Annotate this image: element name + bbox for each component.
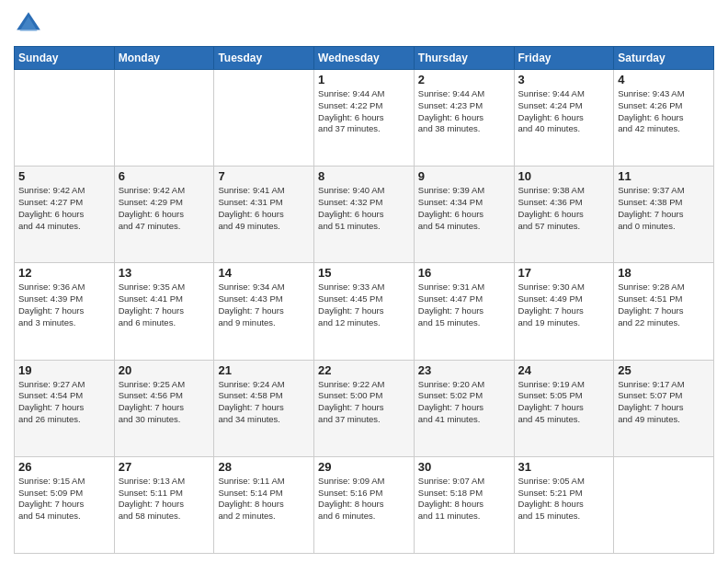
day-info: Sunrise: 9:36 AM Sunset: 4:39 PM Dayligh… [18,282,110,328]
day-number: 27 [119,460,210,474]
logo [14,9,47,39]
day-info: Sunrise: 9:35 AM Sunset: 4:41 PM Dayligh… [119,282,210,328]
calendar-cell [214,70,314,167]
calendar-cell: 23Sunrise: 9:20 AM Sunset: 5:02 PM Dayli… [414,360,514,456]
calendar-cell [15,70,115,167]
calendar-cell: 31Sunrise: 9:05 AM Sunset: 5:21 PM Dayli… [514,456,614,553]
day-number: 28 [218,460,310,474]
day-info: Sunrise: 9:44 AM Sunset: 4:22 PM Dayligh… [318,88,410,135]
weekday-header-thursday: Thursday [414,47,514,70]
day-info: Sunrise: 9:17 AM Sunset: 5:07 PM Dayligh… [618,379,710,426]
day-number: 18 [618,266,710,280]
calendar-cell: 14Sunrise: 9:34 AM Sunset: 4:43 PM Dayli… [214,263,314,360]
day-info: Sunrise: 9:42 AM Sunset: 4:27 PM Dayligh… [18,185,110,232]
day-number: 3 [518,73,610,86]
day-info: Sunrise: 9:15 AM Sunset: 5:09 PM Dayligh… [18,476,110,523]
calendar-cell: 5Sunrise: 9:42 AM Sunset: 4:27 PM Daylig… [15,167,115,263]
day-number: 16 [418,266,510,280]
calendar-cell: 8Sunrise: 9:40 AM Sunset: 4:32 PM Daylig… [314,167,415,263]
calendar-cell: 24Sunrise: 9:19 AM Sunset: 5:05 PM Dayli… [514,360,614,456]
calendar-cell: 18Sunrise: 9:28 AM Sunset: 4:51 PM Dayli… [614,263,714,360]
day-info: Sunrise: 9:22 AM Sunset: 5:00 PM Dayligh… [318,379,410,426]
day-number: 15 [318,266,410,280]
day-number: 14 [218,266,310,280]
calendar-cell: 17Sunrise: 9:30 AM Sunset: 4:49 PM Dayli… [514,263,614,360]
calendar-cell: 19Sunrise: 9:27 AM Sunset: 4:54 PM Dayli… [15,360,115,456]
day-info: Sunrise: 9:30 AM Sunset: 4:49 PM Dayligh… [518,282,610,328]
day-number: 2 [418,73,510,86]
calendar-cell: 26Sunrise: 9:15 AM Sunset: 5:09 PM Dayli… [15,456,115,553]
day-number: 24 [518,363,610,377]
calendar-table: SundayMondayTuesdayWednesdayThursdayFrid… [14,46,714,554]
day-number: 19 [18,363,110,377]
calendar-cell [614,456,714,553]
day-info: Sunrise: 9:20 AM Sunset: 5:02 PM Dayligh… [418,379,510,426]
day-number: 20 [119,363,210,377]
day-info: Sunrise: 9:13 AM Sunset: 5:11 PM Dayligh… [119,476,210,523]
day-info: Sunrise: 9:39 AM Sunset: 4:34 PM Dayligh… [418,185,510,232]
calendar-cell: 10Sunrise: 9:38 AM Sunset: 4:36 PM Dayli… [514,167,614,263]
day-info: Sunrise: 9:41 AM Sunset: 4:31 PM Dayligh… [218,185,310,232]
day-number: 21 [218,363,310,377]
day-number: 13 [119,266,210,280]
day-info: Sunrise: 9:11 AM Sunset: 5:14 PM Dayligh… [218,476,310,523]
day-info: Sunrise: 9:28 AM Sunset: 4:51 PM Dayligh… [618,282,710,328]
day-info: Sunrise: 9:09 AM Sunset: 5:16 PM Dayligh… [318,476,410,523]
calendar-cell: 1Sunrise: 9:44 AM Sunset: 4:22 PM Daylig… [314,70,415,167]
weekday-header-friday: Friday [514,47,614,70]
day-number: 6 [119,169,210,183]
day-info: Sunrise: 9:38 AM Sunset: 4:36 PM Dayligh… [518,185,610,232]
day-info: Sunrise: 9:27 AM Sunset: 4:54 PM Dayligh… [18,379,110,426]
weekday-header-sunday: Sunday [15,47,115,70]
day-info: Sunrise: 9:33 AM Sunset: 4:45 PM Dayligh… [318,282,410,328]
weekday-header-saturday: Saturday [614,47,714,70]
week-row-4: 19Sunrise: 9:27 AM Sunset: 4:54 PM Dayli… [15,360,714,456]
day-info: Sunrise: 9:44 AM Sunset: 4:24 PM Dayligh… [518,88,610,135]
weekday-header-monday: Monday [114,47,214,70]
calendar-cell: 28Sunrise: 9:11 AM Sunset: 5:14 PM Dayli… [214,456,314,553]
calendar-cell [114,70,214,167]
calendar-cell: 9Sunrise: 9:39 AM Sunset: 4:34 PM Daylig… [414,167,514,263]
calendar-cell: 29Sunrise: 9:09 AM Sunset: 5:16 PM Dayli… [314,456,415,553]
calendar-cell: 30Sunrise: 9:07 AM Sunset: 5:18 PM Dayli… [414,456,514,553]
calendar-cell: 4Sunrise: 9:43 AM Sunset: 4:26 PM Daylig… [614,70,714,167]
day-number: 7 [218,169,310,183]
calendar-cell: 15Sunrise: 9:33 AM Sunset: 4:45 PM Dayli… [314,263,415,360]
day-number: 17 [518,266,610,280]
day-number: 30 [418,460,510,474]
day-info: Sunrise: 9:05 AM Sunset: 5:21 PM Dayligh… [518,476,610,523]
day-number: 23 [418,363,510,377]
day-number: 22 [318,363,410,377]
weekday-header-row: SundayMondayTuesdayWednesdayThursdayFrid… [15,47,714,70]
day-info: Sunrise: 9:44 AM Sunset: 4:23 PM Dayligh… [418,88,510,135]
calendar-cell: 3Sunrise: 9:44 AM Sunset: 4:24 PM Daylig… [514,70,614,167]
day-number: 10 [518,169,610,183]
page: SundayMondayTuesdayWednesdayThursdayFrid… [0,0,728,563]
calendar-cell: 25Sunrise: 9:17 AM Sunset: 5:07 PM Dayli… [614,360,714,456]
calendar-cell: 12Sunrise: 9:36 AM Sunset: 4:39 PM Dayli… [15,263,115,360]
calendar-cell: 22Sunrise: 9:22 AM Sunset: 5:00 PM Dayli… [314,360,415,456]
calendar-cell: 27Sunrise: 9:13 AM Sunset: 5:11 PM Dayli… [114,456,214,553]
calendar-cell: 20Sunrise: 9:25 AM Sunset: 4:56 PM Dayli… [114,360,214,456]
week-row-2: 5Sunrise: 9:42 AM Sunset: 4:27 PM Daylig… [15,167,714,263]
day-number: 5 [18,169,110,183]
day-number: 25 [618,363,710,377]
header [14,9,714,39]
day-info: Sunrise: 9:31 AM Sunset: 4:47 PM Dayligh… [418,282,510,328]
day-info: Sunrise: 9:34 AM Sunset: 4:43 PM Dayligh… [218,282,310,328]
calendar-cell: 6Sunrise: 9:42 AM Sunset: 4:29 PM Daylig… [114,167,214,263]
day-number: 4 [618,73,710,86]
day-info: Sunrise: 9:37 AM Sunset: 4:38 PM Dayligh… [618,185,710,232]
calendar-cell: 16Sunrise: 9:31 AM Sunset: 4:47 PM Dayli… [414,263,514,360]
week-row-5: 26Sunrise: 9:15 AM Sunset: 5:09 PM Dayli… [15,456,714,553]
day-info: Sunrise: 9:40 AM Sunset: 4:32 PM Dayligh… [318,185,410,232]
weekday-header-tuesday: Tuesday [214,47,314,70]
calendar-cell: 7Sunrise: 9:41 AM Sunset: 4:31 PM Daylig… [214,167,314,263]
day-info: Sunrise: 9:24 AM Sunset: 4:58 PM Dayligh… [218,379,310,426]
week-row-1: 1Sunrise: 9:44 AM Sunset: 4:22 PM Daylig… [15,70,714,167]
calendar-cell: 21Sunrise: 9:24 AM Sunset: 4:58 PM Dayli… [214,360,314,456]
day-info: Sunrise: 9:43 AM Sunset: 4:26 PM Dayligh… [618,88,710,135]
day-number: 29 [318,460,410,474]
weekday-header-wednesday: Wednesday [314,47,415,70]
day-info: Sunrise: 9:42 AM Sunset: 4:29 PM Dayligh… [119,185,210,232]
